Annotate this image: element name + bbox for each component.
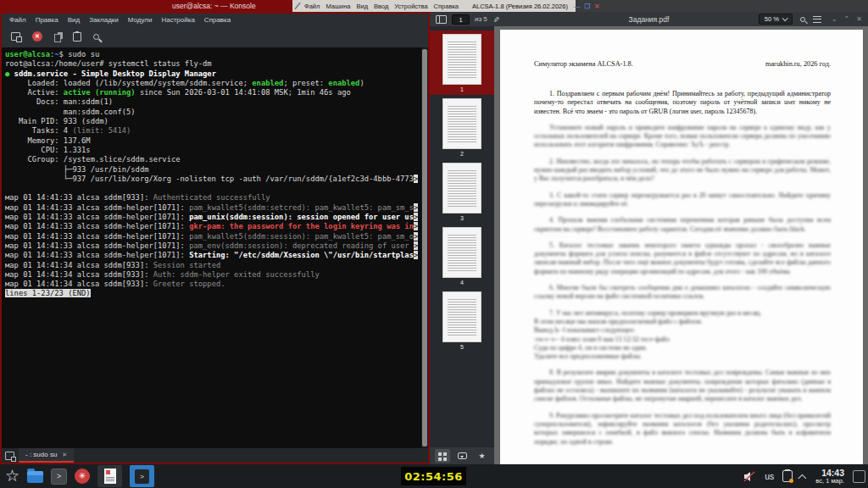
top-strip: user@alcsa: ~ — Konsole ФайлМашинаВидВво… [0,0,868,12]
thumbnails-view-button[interactable] [435,449,450,463]
doc-paragraph: 8. В результате аварии документы в катал… [534,369,831,403]
thumbnail-page-preview [442,291,481,342]
konsole-title: user@alcsa: ~ — Konsole [172,0,256,12]
pdf-search-icon[interactable] [800,17,805,22]
vbox-close-button[interactable]: ✕ [594,3,599,10]
copy-icon[interactable] [54,34,61,42]
chevron-down-icon [782,15,788,21]
task-button-konsole-active[interactable]: > [130,465,154,487]
vbox-restore-button[interactable]: ❐ [584,3,590,10]
annotate-pencil-icon[interactable]: ✎ [492,16,500,23]
document-header-left: Симулятор экзамена ALCSA-1.8. [534,60,633,68]
file-manager-folder-icon[interactable] [27,471,43,483]
vbox-menu-вид[interactable]: Вид [356,3,368,10]
terminal-line: мар 01 14:41:34 alcsa sddm[933]: Session… [5,261,418,270]
terminal-line: Docs: man:sddm(1) [5,97,418,107]
doc-paragraph: 4. Пропала важная глобальная системная п… [534,216,831,234]
thumbnail-sidebar: 12345 ★ [430,26,494,464]
doc-paragraph: 1. Поздравляем с первым рабочим днём! Пр… [534,90,831,116]
app-launcher-star-icon[interactable]: ☆ [5,468,19,485]
sidebar-toggle-icon[interactable] [436,15,447,24]
vbox-minimize-button[interactable]: — [574,3,581,10]
terminal-output[interactable]: user@alcsa:~$ sudo suroot@alcsa:/home/us… [2,47,428,448]
konsole-menu-вид[interactable]: Вид [68,16,80,24]
vbox-menu-ввод[interactable]: Ввод [374,3,388,10]
exam-timer: 02:54:56 [401,467,466,485]
hamburger-menu-icon[interactable] [813,16,821,23]
konsole-menu-модули[interactable]: Модули [128,16,153,24]
pdf-minimize-button[interactable]: ⌄ [832,15,837,23]
terminal-line: Memory: 137.6M [5,136,418,146]
bookmarks-view-button[interactable]: ★ [475,449,490,463]
pdf-canvas[interactable]: Симулятор экзамена ALCSA-1.8. marukhin.r… [494,26,868,464]
tray-expand-caret-icon[interactable] [798,474,807,482]
konsole-tabbar: - : sudo su ✕ [2,448,428,463]
zoom-dropdown[interactable]: 50 % [759,14,793,25]
paste-icon[interactable] [73,32,81,42]
new-tab-icon[interactable] [11,32,20,41]
bookmark-star-icon: ★ [478,452,485,460]
close-session-icon[interactable]: ✕ [32,31,42,42]
desktop: user@alcsa: ~ — Konsole ФайлМашинаВидВво… [0,0,868,488]
search-icon[interactable] [93,34,99,40]
clock-date: вс, 1 мар. [815,478,844,485]
vbox-menu-файл[interactable]: Файл [304,3,320,10]
konsole-menu-правка[interactable]: Правка [36,16,58,24]
page-thumbnail-2[interactable]: 2 [430,95,494,159]
konsole-menu-файл[interactable]: Файл [9,16,26,24]
vbox-menu-машина[interactable]: Машина [326,3,350,10]
document-icon [104,469,116,484]
tabbar-new-tab-icon[interactable] [5,452,14,460]
doc-paragraph: 5. Каталог тестовых закачек некоторого п… [534,241,831,276]
pdf-maximize-button[interactable]: ⌃ [844,15,850,23]
konsole-menu-справка[interactable]: Справка [204,16,231,24]
terminal-line: ├─933 /usr/bin/sddm [5,165,418,175]
terminal-line: user@alcsa:~$ sudo su [5,50,418,59]
paperclip-icon [294,3,301,10]
clock-time: 14:43 [815,468,844,478]
page-number-input[interactable]: 1 [452,14,470,25]
thumbnail-page-number: 2 [430,151,494,157]
terminal-line: мар 01 14:41:34 alcsa sddm[933]: Greeter… [5,280,418,289]
terminal-tab[interactable]: - : sudo su ✕ [19,448,74,463]
thumbnail-page-preview [442,34,481,85]
doc-paragraph: 7. У нас нет антивируса, поэтому сервер … [534,309,831,362]
red-asterisk-icon[interactable]: ✳ [75,469,90,484]
tab-close-icon[interactable]: ✕ [62,452,67,458]
show-desktop-button[interactable] [853,470,865,483]
konsole-menu-настройка[interactable]: Настройка [161,16,194,24]
keyboard-layout-indicator[interactable]: us [765,471,774,481]
grid-icon [438,452,442,456]
page-thumbnail-4[interactable]: 4 [430,224,494,288]
page-thumbnail-3[interactable]: 3 [430,159,494,224]
pdf-headerbar: 1 из 5 ✎ Задания.pdf 50 % ⌄ ⌃ ✕ [430,12,868,26]
muted-speaker-icon[interactable] [743,471,756,482]
clipboard-tray-icon[interactable] [782,470,793,482]
clock[interactable]: 14:43 вс, 1 мар. [815,468,844,485]
terminal-line: └─937 /usr/lib/xorg/Xorg -nolisten tcp -… [5,175,418,184]
scrollbar-thumb[interactable] [422,49,427,446]
thumbnail-page-number: 4 [430,280,494,286]
thumbnail-page-number: 1 [430,86,494,92]
pdf-close-button[interactable]: ✕ [856,15,862,23]
doc-paragraph: 2. Неизвестно, когда это началось, но те… [534,158,831,184]
terminal-line: мар 01 14:41:33 alcsa sddm-helper[1071]:… [5,251,418,260]
konsole-titlebar[interactable]: user@alcsa: ~ — Konsole [0,0,292,12]
page-thumbnail-1[interactable]: 1 [430,30,494,95]
vbox-menu-устройства[interactable]: Устройства [394,3,427,10]
thumbnail-page-preview [442,163,481,214]
terminal-line: CPU: 1.331s [5,146,418,155]
sidebar-tools: ★ [430,447,494,464]
terminal-scrollbar[interactable] [421,47,428,448]
terminal-line: CGroup: /system.slice/sddm.service [5,155,418,164]
terminal-line: мар 01 14:41:33 alcsa sddm-helper[1071]:… [5,232,418,241]
page-thumbnail-5[interactable]: 5 [430,288,494,352]
taskbar: ☆ > ✳ > 02:54:56 us 14:43 вс, 1 мар. [0,464,868,488]
terminal-line: мар 01 14:41:33 alcsa sddm-helper[1071]:… [5,203,418,213]
task-button-pdf[interactable] [97,465,122,487]
vbox-menu-справка[interactable]: Справка [434,3,459,10]
terminal-line: Tasks: 4 (limit: 5414) [5,126,418,136]
annotations-view-button[interactable] [454,449,470,463]
konsole-menu-закладки[interactable]: Закладки [89,16,119,24]
terminal-launcher-icon[interactable]: > [51,469,67,485]
